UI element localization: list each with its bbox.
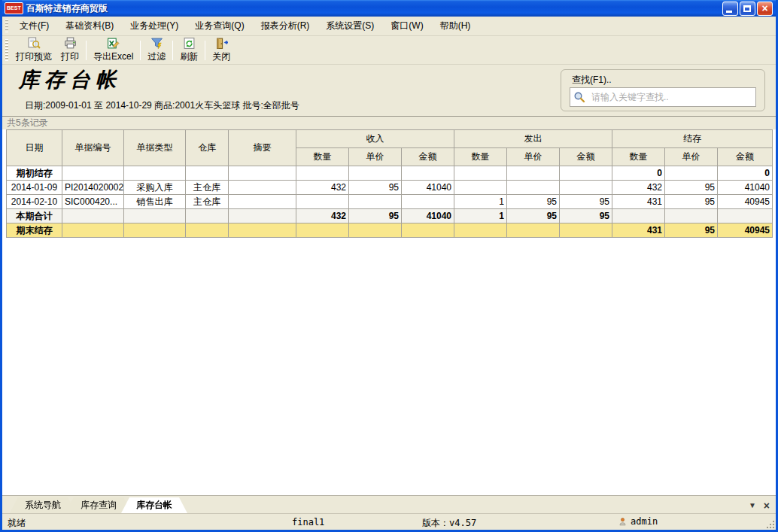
- cell: 432: [296, 181, 349, 195]
- toolbar-separator: [172, 41, 173, 60]
- close-button[interactable]: ×: [757, 2, 773, 16]
- search-label: 查找(F1)..: [572, 74, 612, 87]
- window-title: 百斯特进销存商贸版: [26, 2, 722, 15]
- table-row-closing-balance[interactable]: 期末结存4319540945: [7, 223, 773, 238]
- cell: 431: [612, 223, 665, 238]
- sub-header-out-price: 单价: [507, 148, 560, 166]
- cell: 431: [612, 195, 665, 209]
- table-row[interactable]: 2014-01-09PI2014020002采购入库主仓库43295410404…: [7, 181, 773, 195]
- menu-help[interactable]: 帮助(H): [432, 17, 479, 35]
- cell: [349, 195, 402, 209]
- sub-header-out-amount: 金额: [560, 148, 612, 166]
- tab-inventory-ledger[interactable]: 库存台帐: [121, 497, 187, 513]
- export-excel-label: 导出Excel: [93, 50, 133, 63]
- cell: [402, 195, 454, 209]
- status-ready: 就绪: [8, 517, 26, 530]
- tab-inventory-query[interactable]: 库存查询: [65, 497, 132, 513]
- cell: 2014-01-09: [7, 181, 62, 195]
- tab-dropdown-icon[interactable]: ▼: [749, 501, 756, 510]
- menu-report-analysis[interactable]: 报表分析(R): [253, 17, 318, 35]
- col-header-doc-no: 单据编号: [62, 130, 124, 166]
- record-count-label: 共5条记录: [2, 116, 776, 129]
- status-user: admin: [631, 516, 658, 527]
- cell: 95: [665, 195, 718, 209]
- menu-business-query[interactable]: 业务查询(Q): [187, 17, 252, 35]
- cell: [62, 209, 124, 223]
- cell: [186, 223, 229, 238]
- cell: [454, 166, 507, 181]
- maximize-button[interactable]: [740, 2, 755, 16]
- tab-close-icon[interactable]: ×: [764, 501, 770, 510]
- cell: [507, 166, 560, 181]
- refresh-button[interactable]: 刷新: [175, 35, 202, 65]
- menu-window[interactable]: 窗口(W): [382, 17, 431, 35]
- print-icon: [64, 37, 77, 50]
- tab-system-navigation[interactable]: 系统导航: [10, 497, 76, 513]
- filter-button[interactable]: 过滤: [143, 35, 170, 65]
- cell: [296, 195, 349, 209]
- toolbar-separator: [205, 41, 205, 60]
- cell: 期初结存: [7, 166, 62, 181]
- menu-base-data[interactable]: 基础资料(B): [57, 17, 122, 35]
- cell: 432: [296, 209, 349, 223]
- export-excel-icon: [107, 37, 120, 50]
- resize-grip[interactable]: [773, 527, 774, 528]
- cell: 1: [454, 195, 507, 209]
- cell: [62, 223, 124, 238]
- table-row[interactable]: 2014-02-10SIC000420...销售出库主仓库19595431954…: [7, 195, 773, 209]
- cell: PI2014020002: [62, 181, 124, 195]
- table-row-opening-balance[interactable]: 期初结存00: [7, 166, 773, 181]
- header-row-groups: 日期 单据编号 单据类型 仓库 摘要 收入 发出 结存: [7, 130, 773, 148]
- cell: [349, 166, 402, 181]
- toolbar-grip[interactable]: [5, 39, 8, 61]
- print-button[interactable]: 打印: [56, 35, 84, 65]
- cell: 采购入库: [124, 181, 186, 195]
- menubar-grip[interactable]: [5, 20, 8, 33]
- cell: 本期合计: [7, 209, 62, 223]
- group-header-balance: 结存: [612, 130, 773, 148]
- menu-business-process[interactable]: 业务处理(Y): [122, 17, 187, 35]
- cell: [349, 223, 402, 238]
- print-preview-button[interactable]: 打印预览: [11, 35, 56, 65]
- cell: 40945: [718, 223, 773, 238]
- cell: [229, 209, 296, 223]
- cell: 95: [560, 195, 612, 209]
- cell: 1: [454, 209, 507, 223]
- cell: 95: [349, 181, 402, 195]
- cell: [124, 223, 186, 238]
- sub-header-in-qty: 数量: [296, 148, 349, 166]
- menu-file[interactable]: 文件(F): [11, 17, 57, 35]
- print-preview-icon: [28, 37, 41, 50]
- cell: [296, 166, 349, 181]
- cell: 主仓库: [186, 195, 229, 209]
- cell: 主仓库: [186, 181, 229, 195]
- export-excel-button[interactable]: 导出Excel: [89, 35, 138, 65]
- close-icon: ×: [758, 2, 772, 15]
- col-header-date: 日期: [7, 130, 62, 166]
- toolbar-separator: [140, 41, 141, 60]
- cell: 95: [349, 209, 402, 223]
- menu-system-settings[interactable]: 系统设置(S): [318, 17, 382, 35]
- close-view-button[interactable]: 关闭: [208, 35, 235, 65]
- print-preview-label: 打印预览: [16, 50, 52, 63]
- cell: 95: [665, 181, 718, 195]
- search-input[interactable]: [570, 87, 756, 107]
- sub-header-out-qty: 数量: [454, 148, 507, 166]
- table-row-period-total[interactable]: 本期合计432954104019595: [7, 209, 773, 223]
- cell: [665, 166, 718, 181]
- cell: [229, 195, 296, 209]
- cell: [402, 166, 454, 181]
- cell: [454, 181, 507, 195]
- sub-header-bal-qty: 数量: [612, 148, 665, 166]
- col-header-summary: 摘要: [229, 130, 296, 166]
- cell: [560, 166, 612, 181]
- close-view-label: 关闭: [212, 50, 230, 63]
- cell: [507, 181, 560, 195]
- page-title: 库存台帐: [19, 66, 121, 93]
- cell: [229, 166, 296, 181]
- minimize-button[interactable]: [722, 2, 738, 16]
- sub-header-bal-amount: 金额: [718, 148, 773, 166]
- status-bar: 就绪 final1 版本：v4.57 admin: [2, 513, 776, 530]
- cell: [612, 209, 665, 223]
- cell: [402, 223, 454, 238]
